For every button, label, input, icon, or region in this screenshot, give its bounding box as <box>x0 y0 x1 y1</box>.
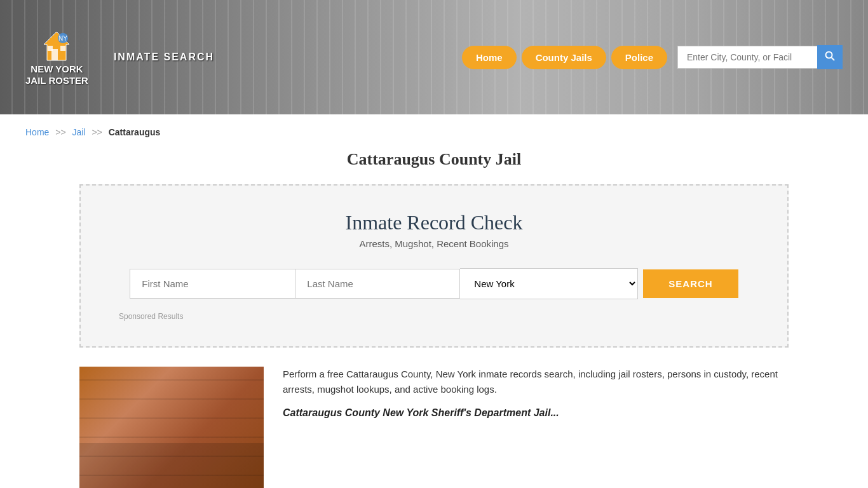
record-check-title: Inmate Record Check <box>119 211 749 234</box>
content-subtitle: Cattaraugus County New York Sheriff's De… <box>283 407 789 419</box>
search-icon <box>825 51 835 61</box>
nav-home-button[interactable]: Home <box>462 46 517 69</box>
logo-text: NEW YORK JAIL ROSTER <box>25 64 88 86</box>
content-text: Perform a free Cattaraugus County, New Y… <box>283 367 789 423</box>
svg-rect-3 <box>60 46 65 51</box>
record-check-subtitle: Arrests, Mugshot, Recent Bookings <box>119 238 749 249</box>
inmate-record-check-section: Inmate Record Check Arrests, Mugshot, Re… <box>79 184 789 348</box>
header-search-input[interactable] <box>677 46 817 69</box>
page-title: Cattaraugus County Jail <box>0 150 868 169</box>
svg-rect-2 <box>48 46 53 51</box>
search-button[interactable]: SEARCH <box>643 269 738 298</box>
breadcrumb-home[interactable]: Home <box>25 127 49 137</box>
svg-point-6 <box>826 52 832 58</box>
header-search-button[interactable] <box>817 45 843 69</box>
content-description: Perform a free Cattaraugus County, New Y… <box>283 367 789 397</box>
last-name-input[interactable] <box>295 269 460 299</box>
content-section: Perform a free Cattaraugus County, New Y… <box>79 367 789 488</box>
site-header: NY NEW YORK JAIL ROSTER INMATE SEARCH Ho… <box>0 0 868 114</box>
jail-image <box>79 367 264 488</box>
breadcrumb-sep2: >> <box>92 127 102 137</box>
inmate-search-label: INMATE SEARCH <box>107 51 214 63</box>
logo-area: NY NEW YORK JAIL ROSTER <box>25 29 88 86</box>
breadcrumb-jail[interactable]: Jail <box>72 127 86 137</box>
search-fields: AlabamaAlaskaArizonaArkansasCaliforniaCo… <box>119 268 749 299</box>
breadcrumb-sep1: >> <box>55 127 65 137</box>
breadcrumb: Home >> Jail >> Cattaraugus <box>0 114 868 150</box>
header-search-bar <box>677 45 843 69</box>
svg-text:NY: NY <box>59 35 68 42</box>
sponsored-results: Sponsored Results <box>119 312 749 321</box>
state-select[interactable]: AlabamaAlaskaArizonaArkansasCaliforniaCo… <box>460 268 638 299</box>
main-nav: Home County Jails Police <box>462 46 667 69</box>
nav-county-jails-button[interactable]: County Jails <box>522 46 606 69</box>
svg-line-7 <box>832 58 835 61</box>
breadcrumb-current: Cattaraugus <box>109 127 161 137</box>
logo-icon: NY <box>37 29 76 64</box>
nav-police-button[interactable]: Police <box>611 46 667 69</box>
first-name-input[interactable] <box>130 269 295 299</box>
